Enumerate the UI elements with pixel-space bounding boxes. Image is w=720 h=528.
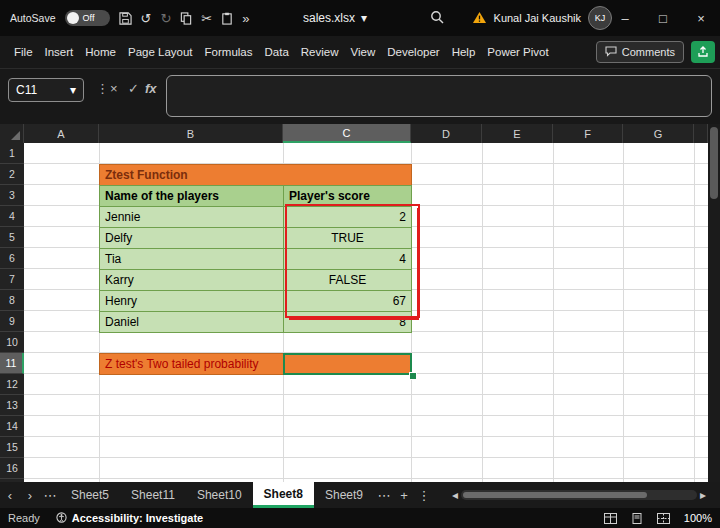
row-header-3[interactable]: 3 [0,185,24,206]
cell-b11-label[interactable]: Z test's Two tailed probability [99,353,284,375]
column-header-a[interactable]: A [24,124,99,143]
comments-button[interactable]: Comments [596,41,684,63]
row-header-1[interactable]: 1 [0,143,24,164]
file-title[interactable]: sales.xlsx ▾ [303,0,367,36]
fill-handle[interactable] [409,372,417,380]
cell-b9[interactable]: Daniel [99,311,284,333]
maximize-button[interactable]: □ [644,0,682,36]
cell-b6[interactable]: Tia [99,248,284,270]
cell-c5[interactable]: TRUE [283,227,412,249]
search-icon[interactable] [430,10,444,28]
horizontal-scrollbar-thumb[interactable] [463,492,647,498]
row-header-4[interactable]: 4 [0,206,24,227]
tab-file[interactable]: File [14,46,33,58]
select-all-corner[interactable] [0,124,24,143]
account-area[interactable]: Kunal Jai Kaushik KJ [472,0,612,36]
cell-c4[interactable]: 2 [283,206,412,228]
tab-developer[interactable]: Developer [387,46,439,58]
horizontal-scrollbar[interactable]: ◂ ▸ [452,488,706,502]
scroll-right-icon[interactable]: ▸ [700,488,706,502]
row-header-6[interactable]: 6 [0,248,24,269]
minimize-button[interactable]: – [606,0,644,36]
formula-input[interactable] [166,75,712,117]
status-bar: Ready Accessibility: Investigate 100% [0,508,720,528]
tab-data[interactable]: Data [265,46,289,58]
name-box[interactable]: C11 ▾ [8,78,84,102]
cell-b4[interactable]: Jennie [99,206,284,228]
column-header-c[interactable]: C [283,124,411,143]
column-header-d[interactable]: D [411,124,482,143]
sheet-tab-sheet11[interactable]: Sheet11 [120,482,186,508]
copy-icon[interactable] [180,12,192,25]
cell-c11-active[interactable] [283,353,412,375]
enter-icon[interactable]: ✓ [128,82,139,95]
column-header-g[interactable]: G [623,124,694,143]
autosave-toggle[interactable]: Off [65,10,110,26]
page-break-view-icon[interactable] [657,513,670,524]
cut-icon[interactable]: ✂ [201,12,212,25]
cancel-icon[interactable]: × [110,82,118,95]
row-header-16[interactable]: 16 [0,458,24,479]
cell-b7[interactable]: Karry [99,269,284,291]
column-header-e[interactable]: E [482,124,553,143]
row-header-15[interactable]: 15 [0,437,24,458]
cell-c3-header[interactable]: Player's score [283,185,412,207]
cell-c8[interactable]: 67 [283,290,412,312]
paste-icon[interactable] [221,12,233,25]
tab-insert[interactable]: Insert [45,46,74,58]
horizontal-scrollbar-track[interactable] [461,490,697,500]
cell-b5[interactable]: Delfy [99,227,284,249]
sheet-tab-sheet10[interactable]: Sheet10 [186,482,253,508]
scroll-left-icon[interactable]: ◂ [452,488,458,502]
save-icon[interactable] [119,12,132,25]
cell-c9[interactable]: 8 [283,311,412,333]
cell-c7[interactable]: FALSE [283,269,412,291]
redo-icon[interactable]: ↻ [160,12,171,25]
user-name: Kunal Jai Kaushik [494,12,581,24]
sheet-options-icon[interactable]: ⋮ [414,488,434,503]
normal-view-icon[interactable] [604,513,617,524]
page-layout-view-icon[interactable] [631,513,643,524]
tab-power-pivot[interactable]: Power Pivot [487,46,548,58]
cell-c6[interactable]: 4 [283,248,412,270]
cell-b8[interactable]: Henry [99,290,284,312]
close-button[interactable]: × [682,0,720,36]
undo-icon[interactable]: ↺ [141,12,152,25]
column-header-f[interactable]: F [553,124,623,143]
sheet-tab-sheet9[interactable]: Sheet9 [314,482,374,508]
row-header-7[interactable]: 7 [0,269,24,290]
sheet-tab-sheet5[interactable]: Sheet5 [60,482,120,508]
column-header-b[interactable]: B [99,124,283,143]
row-header-13[interactable]: 13 [0,395,24,416]
sheet-nav-right-icon[interactable]: › [20,488,40,503]
row-header-14[interactable]: 14 [0,416,24,437]
cell-b3-header[interactable]: Name of the players [99,185,284,207]
sheet-list-icon[interactable]: ⋯ [40,488,60,503]
more-commands-icon[interactable]: » [242,12,249,25]
tab-help[interactable]: Help [452,46,476,58]
zoom-level[interactable]: 100% [684,512,712,524]
row-header-2[interactable]: 2 [0,164,24,185]
row-header-11[interactable]: 11 [0,353,24,374]
row-header-10[interactable]: 10 [0,332,24,353]
cell-b2-title[interactable]: Ztest Function [99,164,412,186]
vertical-scrollbar[interactable] [708,124,720,482]
sheet-nav-left-icon[interactable]: ‹ [0,488,20,503]
row-header-8[interactable]: 8 [0,290,24,311]
row-header-5[interactable]: 5 [0,227,24,248]
tab-page-layout[interactable]: Page Layout [128,46,193,58]
row-header-9[interactable]: 9 [0,311,24,332]
insert-function-icon[interactable]: fx [145,82,157,95]
more-sheets-icon[interactable]: ⋯ [374,488,394,503]
tab-review[interactable]: Review [301,46,339,58]
tab-formulas[interactable]: Formulas [205,46,253,58]
sheet-tab-sheet8[interactable]: Sheet8 [253,482,314,508]
column-header-partial[interactable] [694,124,708,143]
tab-home[interactable]: Home [85,46,116,58]
vertical-scrollbar-thumb[interactable] [710,127,718,199]
new-sheet-button[interactable]: + [394,488,414,503]
share-button[interactable] [691,41,715,63]
tab-view[interactable]: View [351,46,376,58]
row-header-12[interactable]: 12 [0,374,24,395]
accessibility-status[interactable]: Accessibility: Investigate [56,512,203,525]
